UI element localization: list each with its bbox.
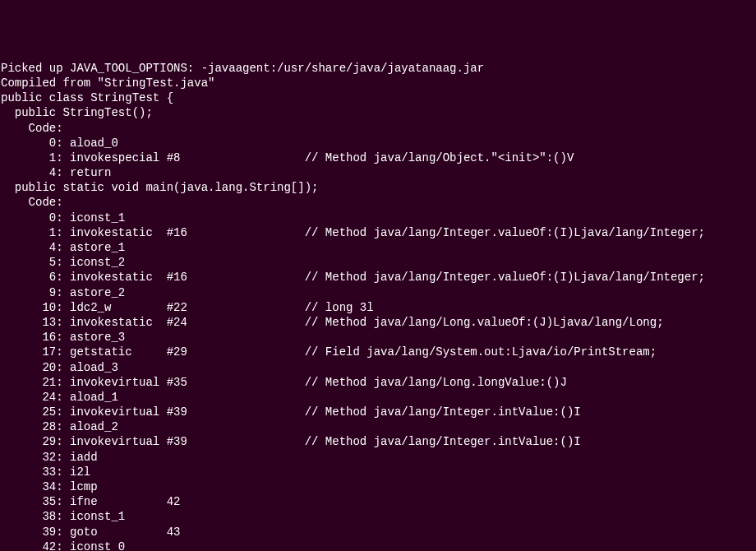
terminal-line: public StringTest(); bbox=[1, 105, 755, 120]
terminal-line: 1: invokestatic #16 // Method java/lang/… bbox=[1, 225, 755, 240]
terminal-line: public static void main(java.lang.String… bbox=[1, 180, 755, 195]
terminal-line: 6: invokestatic #16 // Method java/lang/… bbox=[1, 270, 755, 285]
terminal-line: public class StringTest { bbox=[1, 90, 755, 105]
terminal-line: 4: return bbox=[1, 165, 755, 180]
terminal-line: 21: invokevirtual #35 // Method java/lan… bbox=[1, 375, 755, 390]
terminal-line: 13: invokestatic #24 // Method java/lang… bbox=[1, 315, 755, 330]
terminal-line: 0: aload_0 bbox=[1, 136, 755, 150]
terminal-line: 28: aload_2 bbox=[1, 419, 755, 434]
terminal-line: 20: aload_3 bbox=[1, 360, 755, 375]
terminal-line: 0: iconst_1 bbox=[1, 211, 755, 225]
terminal-line: 4: astore_1 bbox=[1, 240, 755, 255]
terminal-line: 25: invokevirtual #39 // Method java/lan… bbox=[1, 405, 755, 419]
terminal-line: 24: aload_1 bbox=[1, 390, 755, 405]
terminal-line: 17: getstatic #29 // Field java/lang/Sys… bbox=[1, 345, 755, 359]
terminal-line: 35: ifne 42 bbox=[1, 494, 755, 509]
terminal-line: 42: iconst_0 bbox=[1, 539, 755, 551]
terminal-line: 16: astore_3 bbox=[1, 330, 755, 345]
terminal-output[interactable]: Picked up JAVA_TOOL_OPTIONS: -javaagent:… bbox=[1, 61, 755, 551]
terminal-line: 33: i2l bbox=[1, 465, 755, 479]
terminal-line: Compiled from "StringTest.java" bbox=[1, 76, 755, 90]
terminal-line: Picked up JAVA_TOOL_OPTIONS: -javaagent:… bbox=[1, 61, 755, 76]
terminal-line: 29: invokevirtual #39 // Method java/lan… bbox=[1, 434, 755, 449]
terminal-line: Code: bbox=[1, 195, 755, 210]
terminal-line: 34: lcmp bbox=[1, 479, 755, 494]
terminal-line: 5: iconst_2 bbox=[1, 255, 755, 270]
terminal-line: 9: astore_2 bbox=[1, 285, 755, 300]
terminal-line: 38: iconst_1 bbox=[1, 509, 755, 524]
terminal-line: Code: bbox=[1, 121, 755, 136]
terminal-line: 32: iadd bbox=[1, 450, 755, 465]
terminal-line: 10: ldc2_w #22 // long 3l bbox=[1, 300, 755, 315]
terminal-line: 1: invokespecial #8 // Method java/lang/… bbox=[1, 150, 755, 165]
terminal-line: 39: goto 43 bbox=[1, 525, 755, 539]
